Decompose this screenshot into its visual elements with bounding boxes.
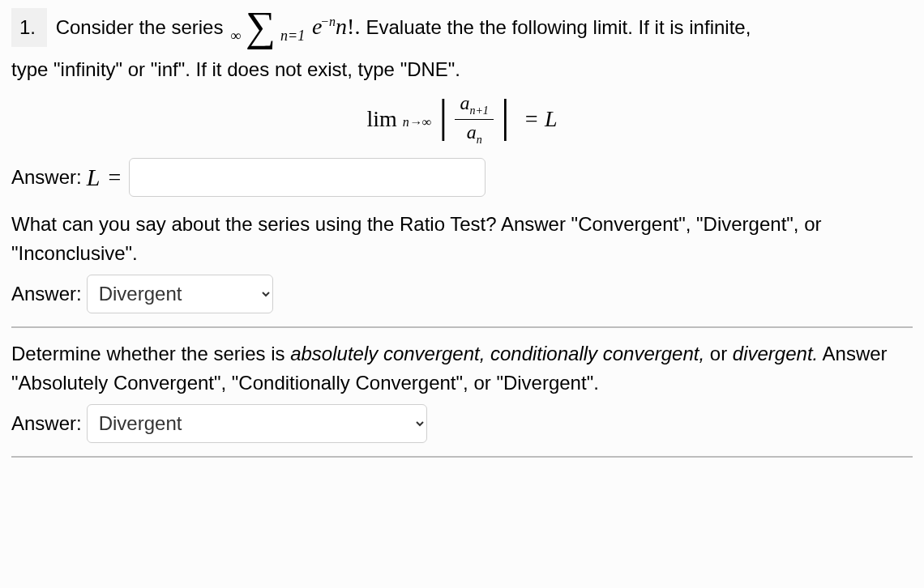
- limit-expression: lim n→∞ | an+1 an | = L: [11, 91, 913, 148]
- ratio-fraction: an+1 an: [455, 91, 493, 148]
- answer-L-row: Answer: L =: [11, 158, 913, 197]
- answer-abs-row: Answer: Absolutely ConvergentConditional…: [11, 404, 913, 443]
- intro-text-a: Consider the series: [56, 16, 224, 38]
- ratio-test-question: What can you say about the series using …: [11, 210, 913, 268]
- problem-statement-line2: type "infinity" or "inf". If it does not…: [11, 55, 913, 84]
- sigma-symbol: ∑: [246, 3, 276, 49]
- series-upper-limit: ∞: [230, 28, 241, 44]
- intro-text-b: Evaluate the the following limit. If it …: [366, 16, 751, 38]
- problem-number: 1.: [11, 8, 47, 47]
- series-lower-limit: n=1: [280, 28, 305, 44]
- divider: [11, 456, 913, 458]
- answer-label: Answer:: [11, 166, 82, 189]
- abs-bar-left: |: [437, 90, 449, 142]
- L-input[interactable]: [129, 158, 486, 197]
- ratio-test-select[interactable]: ConvergentDivergentInconclusive: [87, 275, 273, 313]
- L-symbol: L: [87, 164, 101, 191]
- absolute-convergence-select[interactable]: Absolutely ConvergentConditionally Conve…: [87, 404, 427, 443]
- series-term: e−nn!.: [312, 14, 366, 39]
- abs-bar-right: |: [499, 90, 511, 142]
- limit-operator: lim n→∞: [366, 106, 431, 132]
- equals-symbol: =: [105, 164, 124, 190]
- series-notation: ∞ ∑ n=1: [230, 9, 305, 49]
- absolute-convergence-question: Determine whether the series is absolute…: [11, 339, 913, 398]
- answer-label: Answer:: [11, 412, 82, 435]
- answer-ratio-row: Answer: ConvergentDivergentInconclusive: [11, 275, 913, 313]
- equals-L: = L: [517, 106, 557, 131]
- problem-statement-line1: 1. Consider the series ∞ ∑ n=1 e−nn!. Ev…: [11, 8, 913, 49]
- divider: [11, 326, 913, 328]
- answer-label: Answer:: [11, 283, 82, 305]
